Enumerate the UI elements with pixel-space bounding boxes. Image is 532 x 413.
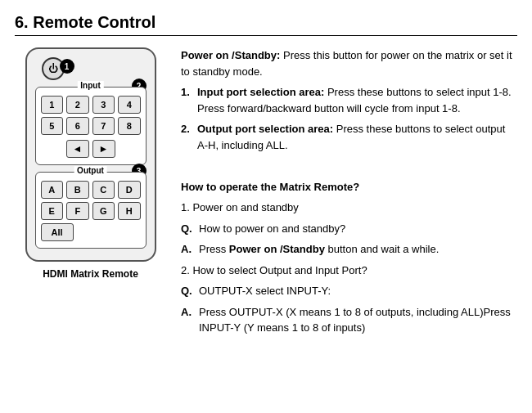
item1-text: Input port selection area: Press these b… <box>197 84 517 116</box>
badge-1: 1 <box>60 59 74 74</box>
output-btn-b[interactable]: B <box>66 181 89 199</box>
output-btn-f[interactable]: F <box>66 202 89 220</box>
arrow-row: ◄ ► <box>41 140 141 158</box>
item2-para: 2. Output port selection area: Press the… <box>181 121 517 153</box>
all-button[interactable]: All <box>41 223 74 241</box>
description-col: Power on /Standby: Press this button for… <box>181 47 517 336</box>
input-btn-2[interactable]: 2 <box>66 96 89 114</box>
q2-item: Q. OUTPUT-X select INPUT-Y: <box>181 283 517 299</box>
power-icon: ⏻ <box>48 63 58 74</box>
input-btn-3[interactable]: 3 <box>92 96 115 114</box>
output-btn-c[interactable]: C <box>92 181 115 199</box>
a2-text: Press OUTPUT-X (X means 1 to 8 of output… <box>199 304 517 336</box>
q1-label: Q. <box>181 221 194 237</box>
power-standby-label: Power on /Standby: <box>181 49 280 61</box>
output-btn-d[interactable]: D <box>118 181 141 199</box>
qa-intro-1: 1. Power on and standby <box>181 200 517 216</box>
remote-illustration: ⏻ 1 2 Input 1 2 3 4 5 6 7 8 <box>15 47 166 280</box>
output-btn-h[interactable]: H <box>118 202 141 220</box>
a1-label: A. <box>181 241 194 258</box>
output-label: Output <box>74 166 107 175</box>
input-btn-8[interactable]: 8 <box>118 117 141 135</box>
input-btn-grid: 1 2 3 4 5 6 7 8 <box>41 96 141 135</box>
input-btn-7[interactable]: 7 <box>92 117 115 135</box>
page-title: 6. Remote Control <box>15 13 517 36</box>
a2-label: A. <box>181 304 194 336</box>
q1-text: How to power on and standby? <box>199 221 345 237</box>
input-btn-5[interactable]: 5 <box>41 117 64 135</box>
output-btn-g[interactable]: G <box>92 202 115 220</box>
a1-text2: button and wait a while. <box>325 243 439 255</box>
item2-text: Output port selection area: Press these … <box>197 121 517 153</box>
arrow-right-button[interactable]: ► <box>92 140 115 158</box>
input-box: Input 1 2 3 4 5 6 7 8 ◄ ► <box>35 87 147 165</box>
power-row: ⏻ 1 <box>35 57 147 80</box>
item1-para: 1. Input port selection area: Press thes… <box>181 84 517 116</box>
power-standby-para: Power on /Standby: Press this button for… <box>181 47 517 79</box>
output-btn-a[interactable]: A <box>41 181 64 199</box>
output-btn-grid: A B C D E F G H <box>41 181 141 220</box>
input-btn-4[interactable]: 4 <box>118 96 141 114</box>
a2-item: A. Press OUTPUT-X (X means 1 to 8 of out… <box>181 304 517 336</box>
arrow-left-button[interactable]: ◄ <box>66 140 89 158</box>
input-btn-1[interactable]: 1 <box>41 96 64 114</box>
item1-num: 1. <box>181 84 192 116</box>
q2-text: OUTPUT-X select INPUT-Y: <box>199 283 331 299</box>
q2-label: Q. <box>181 283 194 299</box>
output-section: 3 Output A B C D E F G H All <box>35 172 147 249</box>
input-section: 2 Input 1 2 3 4 5 6 7 8 ◄ ► <box>35 87 147 165</box>
spacer <box>181 158 517 174</box>
item2-num: 2. <box>181 121 192 153</box>
qa-intro-2: 2. How to select Output and Input Port? <box>181 263 517 279</box>
input-btn-6[interactable]: 6 <box>66 117 89 135</box>
item2-bold: Output port selection area: <box>197 123 333 135</box>
output-btn-e[interactable]: E <box>41 202 64 220</box>
remote-label: HDMI Matrix Remote <box>43 268 138 280</box>
q1-item: Q. How to power on and standby? <box>181 221 517 237</box>
output-box: Output A B C D E F G H All <box>35 172 147 249</box>
input-label: Input <box>77 81 103 90</box>
how-to-heading: How to operate the Matrix Remote? <box>181 179 517 195</box>
a1-text: Press Power on /Standby button and wait … <box>199 241 439 258</box>
a1-bold: Power on /Standby <box>229 243 325 255</box>
remote-body: ⏻ 1 2 Input 1 2 3 4 5 6 7 8 <box>25 47 156 262</box>
item1-bold: Input port selection area: <box>197 86 324 98</box>
a1-item: A. Press Power on /Standby button and wa… <box>181 241 517 258</box>
